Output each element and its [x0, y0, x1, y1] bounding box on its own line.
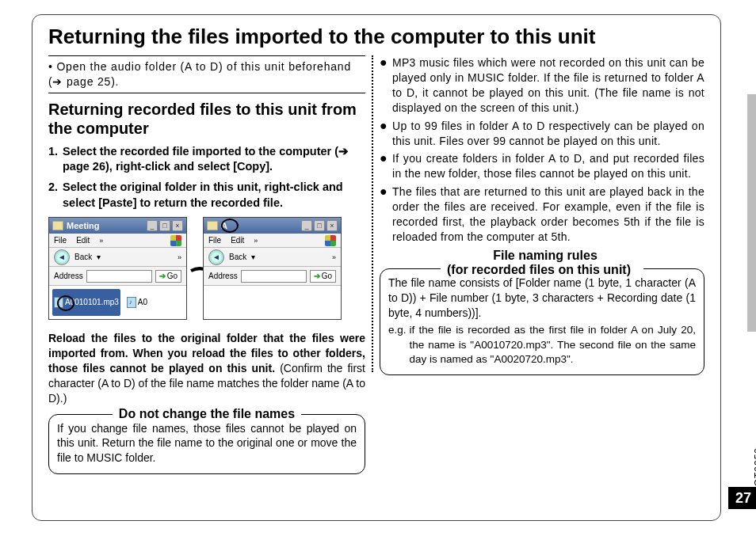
- menu-edit: Edit: [76, 235, 90, 246]
- file-naming-box: File naming rules (for recorded files on…: [380, 268, 704, 375]
- explorer-window-source: Meeting _ □ × File Edit » ◄: [48, 217, 187, 320]
- mp3-icon: [127, 297, 136, 308]
- address-label: Address: [208, 271, 238, 282]
- naming-title-line2: (for recorded files on this unit): [441, 263, 637, 276]
- bullet-icon: ●: [380, 55, 392, 116]
- minimize-icon: _: [147, 220, 158, 231]
- step-1: 1. Select the recorded file imported to …: [48, 144, 365, 175]
- chevron-icon: »: [99, 236, 103, 245]
- left-column: • Open the audio folder (A to D) of this…: [48, 55, 365, 507]
- right-column: ●MP3 music files which were not recorded…: [380, 55, 704, 507]
- intro-note: • Open the audio folder (A to D) of this…: [48, 55, 365, 93]
- note-item: ●Up to 99 files in folder A to D respect…: [380, 119, 704, 149]
- bullet-icon: ●: [380, 119, 392, 149]
- note-item: ●The files that are returned to this uni…: [380, 184, 704, 245]
- subheading: Returning recorded files to this unit fr…: [48, 100, 365, 138]
- page-number: 27: [728, 487, 756, 509]
- back-icon: ◄: [208, 249, 224, 265]
- back-icon: ◄: [54, 249, 70, 265]
- step-1-text: Select the recorded file imported to the…: [63, 144, 365, 175]
- emphasis-circle-file: [57, 295, 74, 311]
- page-title: Returning the files imported to the comp…: [48, 23, 704, 51]
- box-body: If you change file names, those files ca…: [57, 421, 357, 466]
- minimize-icon: _: [301, 220, 312, 231]
- bullet-icon: ●: [380, 151, 392, 181]
- go-button: ➔Go: [310, 270, 336, 283]
- maximize-icon: □: [314, 220, 325, 231]
- note-item: ●If you create folders in folder A to D,…: [380, 151, 704, 181]
- dropdown-icon: ▾: [251, 252, 255, 263]
- flag-icon: [325, 235, 336, 246]
- address-input: [86, 270, 152, 283]
- address-label: Address: [54, 271, 83, 282]
- do-not-change-box: Do not change the file names If you chan…: [48, 414, 365, 475]
- chevron-icon: »: [332, 253, 336, 262]
- step-2: 2. Select the original folder in this un…: [48, 180, 365, 211]
- reload-warning: Reload the files to the original folder …: [48, 331, 365, 405]
- step-2-text: Select the original folder in this unit,…: [63, 180, 365, 211]
- box-title: Do not change the file names: [113, 407, 301, 420]
- file-cutoff: A0: [127, 289, 147, 316]
- naming-title-line1: File naming rules: [487, 249, 604, 262]
- go-button: ➔Go: [155, 270, 181, 283]
- maximize-icon: □: [159, 220, 170, 231]
- address-input: [241, 270, 307, 283]
- notes-list: ●MP3 music files which were not recorded…: [380, 55, 704, 245]
- back-label: Back: [229, 252, 246, 263]
- back-label: Back: [74, 252, 92, 263]
- note-item: ●MP3 music files which were not recorded…: [380, 55, 704, 116]
- naming-example: e.g. if the file is recorded as the firs…: [388, 323, 696, 367]
- folder-icon: [52, 221, 63, 230]
- explorer-illustration: Meeting _ □ × File Edit » ◄: [48, 217, 365, 328]
- chevron-icon: »: [254, 236, 258, 245]
- window1-title: Meeting: [67, 220, 143, 232]
- dotted-divider: [372, 55, 373, 372]
- bullet-icon: ●: [380, 184, 392, 245]
- menu-edit: Edit: [231, 235, 244, 246]
- steps-list: 1. Select the recorded file imported to …: [48, 144, 365, 211]
- step-2-num: 2.: [48, 180, 63, 211]
- emphasis-circle-a: [221, 219, 239, 233]
- flag-icon: [170, 235, 181, 246]
- dropdown-icon: ▾: [97, 252, 101, 263]
- menu-file: File: [208, 235, 221, 246]
- intro-text: • Open the audio folder (A to D) of this…: [48, 60, 351, 88]
- menu-file: File: [54, 235, 67, 246]
- eg-text: if the file is recorded as the first fil…: [410, 323, 696, 367]
- naming-body: The file name consists of [Folder name (…: [388, 276, 696, 321]
- folder-icon: [207, 221, 218, 230]
- explorer-window-destination: A _ □ × File Edit » ◄: [203, 217, 342, 320]
- step-1-num: 1.: [48, 144, 63, 175]
- eg-label: e.g.: [388, 323, 407, 367]
- chevron-icon: »: [178, 253, 181, 262]
- close-icon: ×: [326, 220, 338, 231]
- close-icon: ×: [172, 220, 183, 231]
- side-tab: [747, 94, 756, 332]
